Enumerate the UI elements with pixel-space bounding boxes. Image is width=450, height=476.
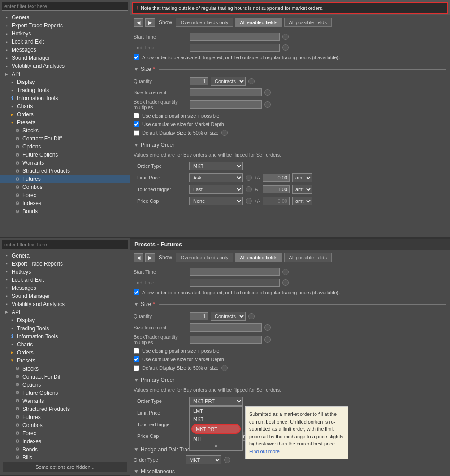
size-increment-input-bottom[interactable]	[190, 323, 262, 332]
price-cap-unit-top[interactable]: amt	[292, 197, 312, 205]
tree-item-volatility-and-analytics[interactable]: ▪Volatility and Analytics	[0, 62, 130, 70]
hedge-order-type-info[interactable]	[224, 457, 230, 463]
tree-item-messages[interactable]: ▪Messages	[0, 46, 130, 54]
default-display-info-top[interactable]	[221, 130, 228, 136]
touched-trigger-num-top[interactable]	[263, 185, 290, 193]
default-display-info-bottom[interactable]	[221, 365, 228, 371]
next-button-top[interactable]: ▶	[145, 18, 155, 27]
size-increment-info-bottom[interactable]	[264, 324, 271, 331]
tree-item-messages[interactable]: ▪Messages	[0, 284, 130, 292]
tree-item-presets[interactable]: ▼Presets	[0, 357, 130, 365]
tree-item-export-trade-reports[interactable]: ▪Export Trade Reports	[0, 22, 130, 30]
tree-item-futures[interactable]: ⚙Futures	[0, 413, 130, 421]
end-time-info-bottom[interactable]	[282, 279, 289, 286]
tab-all-enabled-bottom[interactable]: All enabled fields	[235, 253, 282, 262]
tree-item-api[interactable]: ▶API	[0, 70, 130, 78]
tree-item-forex[interactable]: ⚙Forex	[0, 429, 130, 437]
tree-item-stocks[interactable]: ⚙Stocks	[0, 365, 130, 373]
contracts-select-top[interactable]: Contracts	[211, 77, 246, 86]
tree-item-stocks[interactable]: ⚙Stocks	[0, 127, 130, 135]
default-display-checkbox-bottom[interactable]	[134, 365, 139, 371]
tree-item-charts[interactable]: ▪Charts	[0, 341, 130, 349]
misc-toggle[interactable]: ▼	[134, 468, 139, 475]
start-time-input-top[interactable]	[190, 33, 280, 41]
size-increment-input-top[interactable]	[190, 88, 262, 96]
dropdown-mkt-prt[interactable]: MKT PRT	[191, 424, 241, 434]
tree-item-trading-tools[interactable]: ▪Trading Tools	[0, 86, 130, 94]
tree-item-charts[interactable]: ▪Charts	[0, 102, 130, 110]
tree-item-information-tools[interactable]: ℹInformation Tools	[0, 332, 130, 341]
tree-item-structured-products[interactable]: ⚙Structured Products	[0, 167, 130, 175]
limit-price-info-top[interactable]	[246, 175, 252, 181]
limit-price-unit-top[interactable]: amt	[292, 173, 312, 182]
booktrader-input-bottom[interactable]: 1,2,3,5	[190, 336, 262, 344]
dropdown-arrow-down[interactable]: ▼	[214, 444, 218, 449]
touched-trigger-unit-top[interactable]: amt	[292, 185, 312, 194]
tree-item-contract-for-diff[interactable]: ⚙Contract For Diff	[0, 373, 130, 381]
tree-item-lock-and-exit[interactable]: ▪Lock and Exit	[0, 38, 130, 46]
some-options-hidden-button[interactable]: Some options are hidden...	[3, 462, 127, 472]
tab-all-possible-top[interactable]: All possible fields	[284, 18, 332, 27]
booktrader-input-top[interactable]: 1,2,3,5	[190, 100, 262, 109]
prev-button-bottom[interactable]: ◀	[134, 253, 143, 262]
tree-item-bonds[interactable]: ⚙Bonds	[0, 445, 130, 454]
tree-item-bonds[interactable]: ⚙Bonds	[0, 207, 130, 215]
tree-item-hotkeys[interactable]: ▪Hotkeys	[0, 30, 130, 38]
touched-trigger-select-top[interactable]: Last	[189, 185, 243, 194]
tree-item-options[interactable]: ⚙Options	[0, 381, 130, 389]
primary-toggle-top[interactable]: ▼	[134, 142, 139, 148]
end-time-input-top[interactable]	[190, 44, 280, 52]
quantity-info-bottom[interactable]	[248, 313, 255, 319]
size-increment-info-top[interactable]	[264, 89, 271, 96]
tree-item-structured-products[interactable]: ⚙Structured Products	[0, 405, 130, 413]
order-type-select-top[interactable]: MKT	[189, 162, 243, 170]
closing-position-checkbox-bottom[interactable]	[134, 348, 139, 354]
tree-item-indexes[interactable]: ⚙Indexes	[0, 199, 130, 207]
quantity-input-top[interactable]	[190, 77, 208, 85]
tree-item-combos[interactable]: ⚙Combos	[0, 183, 130, 191]
tree-item-hotkeys[interactable]: ▪Hotkeys	[0, 268, 130, 276]
tree-item-futures[interactable]: ⚙Futures	[0, 175, 130, 183]
tooltip-find-out-more[interactable]: Find out more	[249, 449, 280, 454]
limit-price-select-top[interactable]: Ask	[189, 173, 243, 182]
cumulative-size-checkbox-top[interactable]	[134, 121, 139, 127]
tab-all-possible-bottom[interactable]: All possible fields	[284, 253, 332, 262]
quantity-input-bottom[interactable]	[190, 312, 208, 320]
allow-outside-checkbox-bottom[interactable]	[134, 289, 139, 295]
contracts-select-bottom[interactable]: Contracts	[211, 312, 246, 321]
filter-input-top[interactable]	[2, 2, 128, 11]
tree-item-warrants[interactable]: ⚙Warrants	[0, 159, 130, 167]
prev-button-top[interactable]: ◀	[134, 18, 143, 27]
order-type-select-bottom[interactable]: MKT PRT	[189, 397, 243, 406]
tree-item-display[interactable]: ▪Display	[0, 78, 130, 86]
tree-item-future-options[interactable]: ⚙Future Options	[0, 389, 130, 397]
price-cap-num-top[interactable]	[263, 197, 290, 205]
price-cap-info-top[interactable]	[246, 198, 252, 204]
start-time-input-bottom[interactable]	[190, 268, 280, 276]
size-toggle-top[interactable]: ▼	[134, 66, 139, 72]
tree-item-orders[interactable]: ▶Orders	[0, 110, 130, 118]
tree-item-export-trade-reports[interactable]: ▪Export Trade Reports	[0, 260, 130, 268]
tree-item-presets[interactable]: ▼Presets	[0, 118, 130, 127]
quantity-info-top[interactable]	[248, 78, 255, 84]
tree-item-lock-and-exit[interactable]: ▪Lock and Exit	[0, 276, 130, 284]
tree-item-sound-manager[interactable]: ▪Sound Manager	[0, 292, 130, 300]
tree-item-indexes[interactable]: ⚙Indexes	[0, 437, 130, 445]
primary-toggle-bottom[interactable]: ▼	[134, 377, 139, 383]
price-cap-select-top[interactable]: None	[189, 197, 243, 205]
booktrader-info-bottom[interactable]	[264, 336, 271, 343]
hedge-order-type-select[interactable]: MKT	[186, 455, 221, 464]
tree-item-future-options[interactable]: ⚙Future Options	[0, 151, 130, 159]
touched-trigger-info-top[interactable]	[246, 186, 252, 192]
booktrader-info-top[interactable]	[264, 101, 271, 108]
end-time-info-top[interactable]	[282, 44, 289, 51]
dropdown-mkt[interactable]: MKT	[190, 415, 242, 423]
cumulative-size-checkbox-bottom[interactable]	[134, 356, 139, 362]
tree-item-api[interactable]: ▶API	[0, 308, 130, 316]
tab-overridden-top[interactable]: Overridden fields only	[176, 18, 233, 27]
tree-item-display[interactable]: ▪Display	[0, 316, 130, 324]
tree-item-volatility-and-analytics[interactable]: ▪Volatility and Analytics	[0, 300, 130, 308]
tab-overridden-bottom[interactable]: Overridden fields only	[176, 253, 233, 262]
default-display-checkbox-top[interactable]	[134, 130, 139, 136]
filter-input-bottom[interactable]	[2, 240, 128, 249]
